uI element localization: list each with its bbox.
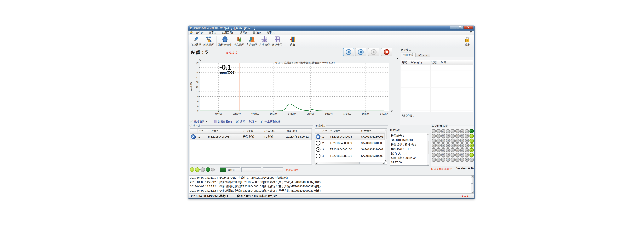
sample-manage-button[interactable]: 样品管理 xyxy=(232,36,245,47)
sampler-well-H7[interactable]: H7 xyxy=(436,157,440,162)
sampler-well-G4[interactable]: G4 xyxy=(441,143,445,148)
sampler-well-G7[interactable]: G7 xyxy=(441,157,445,162)
scroll-down-icon[interactable] xyxy=(472,192,473,193)
sampler-well-I6[interactable]: I6 xyxy=(432,153,436,157)
sampler-well-B4[interactable]: B4 xyxy=(465,143,469,148)
minimize-button[interactable] xyxy=(450,26,457,29)
sampler-well-E2[interactable]: E2 xyxy=(450,134,455,138)
menu-file[interactable]: 文件(F) xyxy=(194,31,206,35)
scrollbar-thumb[interactable] xyxy=(427,141,429,154)
stop-acquire-button[interactable]: 停止获取数据 xyxy=(260,120,280,123)
sampler-well-E4[interactable]: E4 xyxy=(450,143,455,148)
sampler-well-A4[interactable]: A4 xyxy=(470,143,474,148)
sampler-well-B5[interactable]: B5 xyxy=(465,148,469,152)
column-header[interactable]: 方法名称 xyxy=(263,129,285,133)
column-header[interactable]: 方法类型 xyxy=(242,129,263,133)
start-run-button[interactable] xyxy=(368,48,379,56)
sampler-well-G1[interactable]: G1 xyxy=(441,129,445,133)
data-view-button[interactable]: 数据查看 xyxy=(271,36,284,47)
sampler-well-A3[interactable]: A3 xyxy=(470,139,474,143)
sampler-well-C5[interactable]: C5 xyxy=(460,148,464,152)
sampler-well-E3[interactable]: E3 xyxy=(450,139,455,143)
sampler-well-F3[interactable]: F3 xyxy=(446,139,450,143)
menu-utilities[interactable]: 实用工具(T) xyxy=(220,31,238,35)
sampler-well-F4[interactable]: F4 xyxy=(446,143,450,148)
menu-about[interactable]: 关于(A) xyxy=(264,31,278,35)
sampler-well-C2[interactable]: C2 xyxy=(460,134,464,138)
sampler-well-E5[interactable]: E5 xyxy=(450,148,455,152)
stop-comm-button[interactable]: 停止通讯 xyxy=(190,36,202,47)
table-row[interactable]: 1ME201804080037样品测试TC测试2018/4/8 14:25:12 xyxy=(190,133,312,140)
scroll-left-icon[interactable] xyxy=(316,163,317,164)
sampler-well-D5[interactable]: D5 xyxy=(455,148,460,152)
sampler-well-B2[interactable]: B2 xyxy=(465,134,469,138)
log-vscrollbar[interactable] xyxy=(471,175,474,193)
stop-run-button[interactable] xyxy=(343,48,354,56)
test-table-hscrollbar[interactable] xyxy=(315,162,384,164)
sampler-well-I1[interactable]: I1 xyxy=(432,129,436,133)
tab-history[interactable]: 历史记录 xyxy=(416,53,430,57)
sample-info-vscrollbar[interactable] xyxy=(427,133,429,165)
sampler-well-D2[interactable]: D2 xyxy=(455,134,460,138)
sampler-well-B3[interactable]: B3 xyxy=(465,139,469,143)
sampler-well-A5[interactable]: A5 xyxy=(470,148,474,152)
column-header[interactable]: 时间 xyxy=(440,60,456,65)
sampler-well-F7[interactable]: F7 xyxy=(446,157,450,162)
scrollbar-thumb[interactable] xyxy=(471,178,474,184)
sampler-well-B1[interactable]: B1 xyxy=(465,129,469,133)
pause-run-button[interactable] xyxy=(355,48,366,56)
data-view-chart-button[interactable]: 数据查看(D) xyxy=(214,120,232,123)
column-header[interactable]: 样品编号 xyxy=(360,129,384,133)
close-button[interactable] xyxy=(464,26,473,29)
sampler-well-I3[interactable]: I3 xyxy=(432,139,436,143)
titlebar[interactable]: 泰林总有机碳分析系统软件[zrt,byh](照例) - [站点：5] xyxy=(188,26,474,31)
column-header[interactable]: TC(mg/L) xyxy=(410,60,430,65)
sampler-well-C4[interactable]: C4 xyxy=(460,143,464,148)
sampler-well-G6[interactable]: G6 xyxy=(441,153,445,157)
column-header[interactable]: 序号 xyxy=(198,129,207,133)
sampler-well-H2[interactable]: H2 xyxy=(436,134,440,138)
table-row[interactable]: 1TS201804080098SA201803280001 xyxy=(315,133,384,140)
sampler-well-E7[interactable]: E7 xyxy=(450,157,455,162)
sampler-well-H4[interactable]: H4 xyxy=(436,143,440,148)
column-header[interactable]: 状态 xyxy=(430,60,440,65)
sampler-well-B6[interactable]: B6 xyxy=(465,153,469,157)
menu-settings[interactable]: 设置(S) xyxy=(238,31,251,35)
sampler-well-H5[interactable]: H5 xyxy=(436,148,440,152)
column-header[interactable]: 方法编号 xyxy=(207,129,242,133)
sampler-well-G3[interactable]: G3 xyxy=(441,139,445,143)
sampler-well-I2[interactable]: I2 xyxy=(432,134,436,138)
sampler-well-F2[interactable]: F2 xyxy=(446,134,450,138)
scroll-up-icon[interactable] xyxy=(428,134,428,134)
sampler-well-D1[interactable]: D1 xyxy=(455,129,460,133)
table-row[interactable]: 4TS201804080101SA201803310002 xyxy=(315,153,384,159)
sampler-well-H6[interactable]: H6 xyxy=(436,153,440,157)
test-table-vscrollbar[interactable] xyxy=(384,129,387,162)
sampler-well-E1[interactable]: E1 xyxy=(450,129,455,133)
sampler-well-G2[interactable]: G2 xyxy=(441,134,445,138)
table-row[interactable]: 3TS201804080100SA201803310001 xyxy=(315,146,384,153)
menu-view[interactable]: 查看(V) xyxy=(206,31,220,35)
sampler-well-A6[interactable]: A6 xyxy=(470,153,474,157)
table-row[interactable]: 2TS201804080099SA201803310000 xyxy=(315,140,384,146)
scroll-right-icon[interactable] xyxy=(383,163,384,164)
refresh-button[interactable]: 刷新 xyxy=(248,120,256,123)
cancel-run-button[interactable] xyxy=(381,48,392,56)
mdi-minimize-icon[interactable] xyxy=(467,33,469,33)
site-manage-button[interactable]: 站点管理 xyxy=(202,36,215,47)
customer-manage-button[interactable]: 客户管理 xyxy=(245,36,258,47)
column-header[interactable]: 序号 xyxy=(401,60,410,65)
mdi-restore-icon[interactable] xyxy=(470,31,472,33)
scroll-down-icon[interactable] xyxy=(428,164,428,165)
sampler-well-C3[interactable]: C3 xyxy=(460,139,464,143)
scroll-up-icon[interactable] xyxy=(385,129,386,130)
tab-current-test[interactable]: 当前测试 xyxy=(400,52,415,57)
sampler-well-H1[interactable]: H1 xyxy=(436,129,440,133)
sampler-well-F5[interactable]: F5 xyxy=(446,148,450,152)
sampler-well-G5[interactable]: G5 xyxy=(441,148,445,152)
sampler-well-A1[interactable]: A1 xyxy=(470,129,474,133)
maximize-button[interactable] xyxy=(457,26,464,29)
chart-settings-button[interactable]: 设置 xyxy=(236,120,245,123)
sampler-well-I4[interactable]: I4 xyxy=(432,143,436,148)
sampler-well-D4[interactable]: D4 xyxy=(455,143,460,148)
